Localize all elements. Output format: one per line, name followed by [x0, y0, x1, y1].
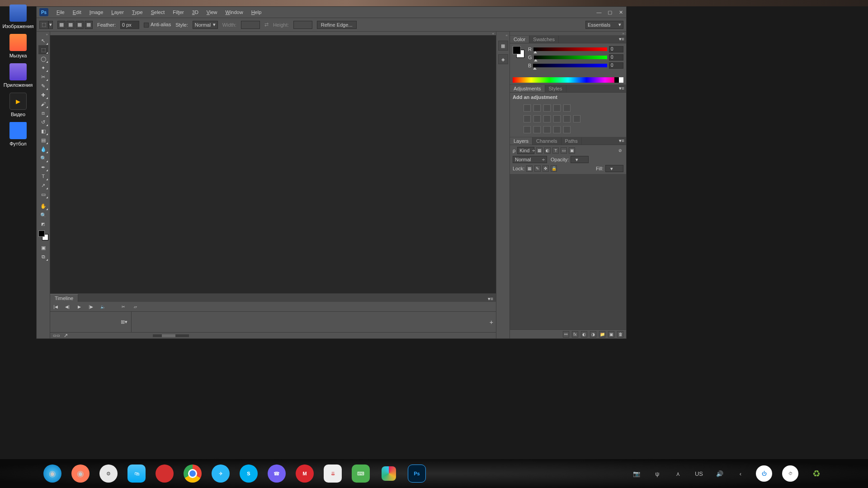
- timeline-tracks[interactable]: +: [132, 312, 496, 332]
- magic-wand-tool[interactable]: ✦: [38, 63, 48, 72]
- filter-shape-icon[interactable]: ▭: [561, 147, 567, 154]
- tray-language[interactable]: US: [693, 468, 704, 479]
- timeline-mute[interactable]: 🔈: [99, 303, 106, 310]
- posterize-icon[interactable]: [533, 126, 541, 133]
- lasso-tool[interactable]: ◯: [38, 54, 48, 63]
- tool-preset-picker[interactable]: ⬚: [39, 21, 48, 29]
- timeline-menu-icon[interactable]: ▾≡: [485, 296, 496, 302]
- workspace-switcher[interactable]: Essentials▾: [585, 21, 623, 29]
- color-panel-menu-icon[interactable]: ▾≡: [617, 36, 626, 42]
- dodge-tool[interactable]: 🔍: [38, 154, 48, 163]
- color-r-slider[interactable]: [533, 47, 607, 51]
- menu-image[interactable]: Image: [86, 9, 107, 16]
- color-r-input[interactable]: 0: [609, 46, 623, 52]
- desktop-icon-football[interactable]: Футбол: [0, 122, 36, 147]
- vibrance-icon[interactable]: [563, 104, 571, 112]
- photo-filter-icon[interactable]: [553, 115, 561, 122]
- eyedropper-tool[interactable]: ✎: [38, 81, 48, 90]
- styles-tab[interactable]: Styles: [545, 85, 566, 92]
- filter-kind-icon[interactable]: ρ: [513, 148, 515, 153]
- dock-telegram[interactable]: ✈: [212, 465, 230, 483]
- filter-pixel-icon[interactable]: ▦: [536, 147, 542, 154]
- menu-help[interactable]: Help: [248, 9, 265, 16]
- zoom-tool[interactable]: 🔍: [38, 211, 48, 220]
- canvas[interactable]: [50, 35, 496, 293]
- move-tool[interactable]: ↖: [38, 36, 48, 45]
- curves-icon[interactable]: [543, 104, 551, 112]
- close-button[interactable]: ✕: [615, 8, 626, 16]
- timeline-add-media[interactable]: +: [490, 319, 493, 326]
- dock-chrome[interactable]: [184, 465, 202, 483]
- dock-viber[interactable]: ☎: [268, 465, 286, 483]
- filter-toggle[interactable]: ⊘: [617, 147, 623, 154]
- history-panel-icon[interactable]: ▦: [498, 41, 508, 51]
- opacity-input[interactable]: ▾: [571, 156, 589, 163]
- dock-photoshop[interactable]: Ps: [408, 465, 426, 483]
- layer-filter-kind[interactable]: Kind÷: [517, 147, 534, 154]
- hand-tool[interactable]: ✋: [38, 202, 48, 211]
- desktop-icon-music[interactable]: Мызука: [0, 34, 36, 59]
- tool-preset-dropdown[interactable]: ▾: [48, 21, 53, 29]
- desktop-icon-video[interactable]: Видео: [0, 93, 36, 117]
- timeline-play[interactable]: ▶: [75, 303, 83, 310]
- timeline-split[interactable]: ✂: [120, 303, 127, 310]
- pen-tool[interactable]: ✒: [38, 163, 48, 172]
- new-adjustment-layer-icon[interactable]: ◑: [590, 331, 596, 338]
- history-brush-tool[interactable]: ↺: [38, 117, 48, 127]
- dock-appstore[interactable]: 🛍: [127, 465, 146, 483]
- paths-tab[interactable]: Paths: [561, 137, 582, 145]
- timeline-first-frame[interactable]: |◀: [52, 303, 59, 310]
- tray-trash-icon[interactable]: ♻: [808, 465, 825, 482]
- minimize-button[interactable]: —: [594, 8, 604, 16]
- layers-list[interactable]: [510, 174, 626, 329]
- new-group-icon[interactable]: 📁: [599, 331, 605, 338]
- timeline-prev-frame[interactable]: ◀|: [64, 303, 71, 310]
- adjustments-panel-menu-icon[interactable]: ▾≡: [617, 85, 626, 91]
- timeline-transition[interactable]: ▱: [132, 303, 139, 310]
- gradient-map-icon[interactable]: [553, 126, 561, 133]
- menu-layer[interactable]: Layer: [108, 9, 127, 16]
- menu-select[interactable]: Select: [147, 9, 169, 16]
- crop-tool[interactable]: ✂: [38, 72, 48, 81]
- timeline-zoom-slider[interactable]: [153, 334, 189, 337]
- channel-mixer-icon[interactable]: [563, 115, 571, 122]
- black-white-icon[interactable]: [543, 115, 551, 122]
- menu-window[interactable]: Window: [222, 9, 247, 16]
- timeline-tab[interactable]: Timeline: [50, 294, 78, 302]
- quick-mask-mode[interactable]: ▣: [38, 243, 48, 252]
- swatches-tab[interactable]: Swatches: [529, 36, 559, 43]
- dock-mega[interactable]: M: [296, 465, 314, 483]
- swap-wh-icon[interactable]: ⇄: [264, 22, 269, 28]
- lock-transparency-icon[interactable]: ▦: [526, 165, 533, 172]
- shape-tool[interactable]: ▭: [38, 190, 48, 199]
- lock-all-icon[interactable]: 🔒: [551, 165, 557, 172]
- tray-camera-icon[interactable]: 📷: [631, 468, 642, 479]
- screen-mode[interactable]: ⧉: [38, 252, 48, 261]
- channels-tab[interactable]: Channels: [533, 137, 561, 145]
- exposure-icon[interactable]: [553, 104, 561, 112]
- color-b-slider[interactable]: [533, 64, 607, 67]
- filter-smart-icon[interactable]: ▣: [569, 147, 575, 154]
- timeline-next-frame[interactable]: |▶: [87, 303, 94, 310]
- color-g-input[interactable]: 0: [609, 54, 623, 61]
- color-tab[interactable]: Color: [510, 36, 529, 43]
- dock-slack[interactable]: [380, 465, 398, 483]
- marquee-tool[interactable]: ⬚: [38, 45, 48, 54]
- new-layer-icon[interactable]: ▣: [608, 331, 614, 338]
- style-dropdown[interactable]: Normal▾: [193, 21, 218, 29]
- color-b-input[interactable]: 0: [609, 62, 623, 69]
- layers-tab[interactable]: Layers: [510, 137, 533, 145]
- lock-position-icon[interactable]: ✥: [542, 165, 549, 172]
- invert-icon[interactable]: [524, 126, 531, 133]
- tray-usb-icon[interactable]: ψ: [652, 468, 663, 479]
- tray-wifi-icon[interactable]: ⋏: [673, 468, 684, 479]
- clone-stamp-tool[interactable]: ⧈: [38, 108, 48, 117]
- selective-color-icon[interactable]: [563, 126, 571, 133]
- dock-settings[interactable]: ⚙: [99, 465, 118, 483]
- tray-clock-icon[interactable]: ⏱: [782, 465, 798, 482]
- levels-icon[interactable]: [533, 104, 541, 112]
- feather-input[interactable]: 0 px: [120, 21, 139, 29]
- link-layers-icon[interactable]: ⚯: [563, 331, 569, 338]
- default-colors-icon[interactable]: ◩: [38, 220, 48, 229]
- menu-3d[interactable]: 3D: [189, 9, 202, 16]
